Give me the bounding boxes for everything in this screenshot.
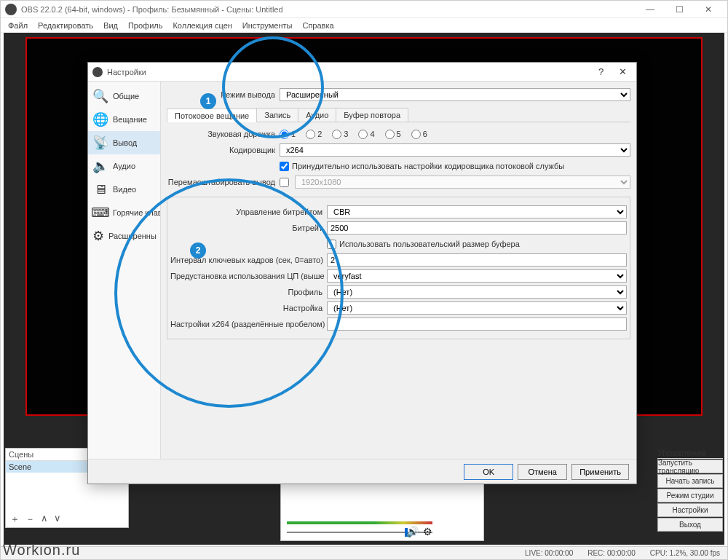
select-profile[interactable]: (Нет) [327,285,627,299]
controls-title: Управление [657,448,723,459]
maximize-button[interactable]: ☐ [665,1,694,18]
sidebar-label-general: Общие [113,92,139,100]
menu-file[interactable]: Файл [8,21,28,30]
row-tune: Настройка (Нет) [170,301,627,315]
row-x264opts: Настройки x264 (разделённые пробелом) [170,317,627,331]
controls-panel: Управление Запустить трансляцию Начать з… [657,448,723,532]
radio-track-6[interactable]: 6 [411,130,427,139]
speaker-side-icon: 🔈 [92,158,108,174]
radio-track-1[interactable]: 1 [280,130,296,139]
select-rescale[interactable]: 1920x1080 [295,176,630,189]
radio-track-4[interactable]: 4 [358,130,374,139]
close-button[interactable]: ✕ [694,1,723,18]
exit-button[interactable]: Выход [657,518,723,532]
select-tune[interactable]: (Нет) [327,301,627,315]
menu-edit[interactable]: Редактировать [38,21,93,30]
apply-button[interactable]: Применить [571,464,629,480]
globe-icon: 🌐 [92,111,108,127]
label-rescale: Перемасштабировать вывод [167,178,280,186]
row-encoder: Кодировщик x264 [167,143,630,157]
row-audio-track: Звуковая дорожка 1 2 3 4 5 6 [167,127,630,141]
cancel-button[interactable]: Отмена [518,464,567,480]
general-icon: 🔍 [92,88,108,104]
checkbox-custom-buffer[interactable] [327,240,336,249]
menu-profile[interactable]: Профиль [128,21,163,30]
scene-up-icon[interactable]: ∧ [41,513,48,526]
tab-audio[interactable]: Аудио [298,108,336,122]
tab-streaming[interactable]: Потоковое вещание [167,109,257,122]
row-bitrate: Битрейт [170,221,627,235]
menu-tools[interactable]: Инструменты [242,21,293,30]
sidebar-label-advanced: Расширенны [108,232,157,240]
label-x264opts: Настройки x264 (разделённые пробелом) [170,320,327,328]
window-buttons: — ☐ ✕ [636,1,723,18]
sidebar-label-video: Видео [113,185,136,194]
radio-track-5[interactable]: 5 [385,130,401,139]
dialog-help-button[interactable]: ? [592,66,611,77]
status-bar: LIVE: 00:00:00 REC: 00:00:00 CPU: 1.2%, … [1,546,727,559]
sidebar-item-general[interactable]: 🔍Общие [88,84,160,108]
remove-scene-icon[interactable]: － [25,513,35,526]
annotation-badge-2: 2 [190,242,206,259]
status-live: LIVE: 00:00:00 [525,549,573,557]
menu-view[interactable]: Вид [103,21,118,30]
minimize-button[interactable]: — [636,1,665,18]
row-output-mode: Режим вывода Расширенный [167,87,630,102]
dialog-close-button[interactable]: ✕ [613,66,632,77]
radio-track-2[interactable]: 2 [306,130,322,139]
gears-icon: ⚙ [92,228,104,244]
main-menubar: Файл Редактировать Вид Профиль Коллекция… [1,18,727,33]
main-titlebar: OBS 22.0.2 (64-bit, windows) - Профиль: … [1,1,727,18]
main-title: OBS 22.0.2 (64-bit, windows) - Профиль: … [21,5,636,14]
annotation-badge-1: 1 [200,93,216,109]
row-custom-buffer: Использовать пользовательский размер буф… [170,237,627,251]
sidebar-label-stream: Вещание [113,115,147,124]
add-scene-icon[interactable]: ＋ [10,513,20,526]
speaker-icon[interactable]: 🔊 [406,526,419,537]
select-output-mode[interactable]: Расширенный [280,88,630,101]
label-rate-control: Управление битрейтом [170,208,327,216]
dialog-body: 🔍Общие 🌐Вещание 📡Вывод 🔈Аудио 🖥Видео ⌨Го… [88,82,636,459]
label-encoder: Кодировщик [167,146,280,154]
input-keyint[interactable] [327,253,627,267]
row-cpu-preset: Предустановка использования ЦП (выше = м… [170,269,627,283]
start-streaming-button[interactable]: Запустить трансляцию [657,460,723,473]
radio-track-3[interactable]: 3 [332,130,348,139]
dialog-titlebar: Настройки ? ✕ [88,63,636,82]
enforce-checkbox-wrap: Принудительно использовать настройки код… [280,162,630,171]
status-cpu: CPU: 1.2%, 30.00 fps [650,549,720,557]
sidebar-item-stream[interactable]: 🌐Вещание [88,108,160,131]
checkbox-enforce[interactable] [280,162,289,171]
label-profile: Профиль [170,288,327,296]
select-rate-control[interactable]: CBR [327,205,627,218]
studio-mode-button[interactable]: Режим студии [657,489,723,502]
sidebar-item-advanced[interactable]: ⚙Расширенны [88,224,160,248]
label-enforce: Принудительно использовать настройки код… [292,162,564,170]
encoder-settings-group: Управление битрейтом CBR Битрейт Использ… [167,197,630,339]
settings-form: Режим вывода Расширенный Потоковое вещан… [161,82,636,459]
gear-icon[interactable]: ⚙ [423,526,432,537]
settings-sidebar: 🔍Общие 🌐Вещание 📡Вывод 🔈Аудио 🖥Видео ⌨Го… [88,82,161,459]
sidebar-item-video[interactable]: 🖥Видео [88,178,160,201]
menu-help[interactable]: Справка [302,21,333,30]
label-output-mode: Режим вывода [167,90,280,99]
label-custom-buffer: Использовать пользовательский размер буф… [339,240,520,248]
input-bitrate[interactable] [327,221,627,234]
input-x264opts[interactable] [327,318,627,331]
sidebar-label-output: Вывод [113,138,137,147]
tab-replay-buffer[interactable]: Буфер повтора [336,108,408,122]
scene-down-icon[interactable]: ∨ [54,513,61,526]
tab-recording[interactable]: Запись [256,108,298,122]
menu-scene-collection[interactable]: Коллекция сцен [173,21,232,30]
select-encoder[interactable]: x264 [280,143,630,157]
sidebar-item-hotkeys[interactable]: ⌨Горячие клав [88,201,160,224]
select-cpu-preset[interactable]: veryfast [327,269,627,283]
start-recording-button[interactable]: Начать запись [657,474,723,488]
dialog-buttons: OK Отмена Применить [88,459,636,484]
settings-button[interactable]: Настройки [657,503,723,517]
sidebar-item-audio[interactable]: 🔈Аудио [88,154,160,178]
ok-button[interactable]: OK [464,464,513,480]
label-bitrate: Битрейт [170,224,327,232]
checkbox-rescale[interactable] [280,178,289,187]
sidebar-item-output[interactable]: 📡Вывод [88,131,160,154]
